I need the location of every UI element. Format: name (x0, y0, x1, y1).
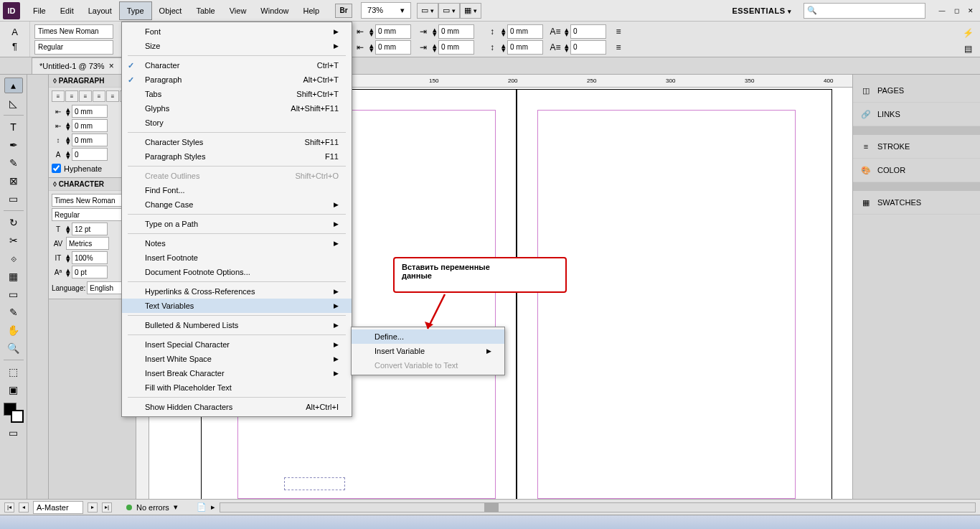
menu-paragraph[interactable]: ✓ParagraphAlt+Ctrl+T (122, 72, 352, 87)
menu-notes[interactable]: Notes▶ (122, 236, 352, 251)
prev-page-button[interactable]: ◂ (19, 502, 29, 512)
menu-special-character[interactable]: Insert Special Character▶ (122, 337, 352, 352)
menu-type[interactable]: Type (119, 1, 152, 20)
justify-center-icon[interactable]: ≡ (106, 90, 119, 102)
numbering-icon[interactable]: ≡ (611, 40, 626, 55)
space-before-icon[interactable]: ↕ (484, 24, 500, 39)
type-tool[interactable]: T (4, 119, 23, 135)
menu-white-space[interactable]: Insert White Space▶ (122, 352, 352, 366)
stroke-panel-button[interactable]: ≡STROKE (853, 135, 980, 159)
para-dropcap-input[interactable]: 0 (72, 148, 108, 161)
char-style-input[interactable]: Regular (52, 208, 127, 221)
menu-change-case[interactable]: Change Case▶ (122, 197, 352, 212)
search-box[interactable]: 🔍 (804, 3, 925, 19)
menu-table[interactable]: Table (189, 2, 222, 19)
view-mode-3[interactable]: ▦ (460, 3, 481, 19)
menu-hidden-characters[interactable]: Show Hidden CharactersAlt+Ctrl+I (122, 400, 352, 414)
space-after-input[interactable]: 0 mm (507, 40, 543, 55)
bullets-icon[interactable]: ≡ (611, 24, 626, 39)
right-page[interactable] (517, 89, 832, 507)
menu-size[interactable]: Size▶ (122, 39, 352, 53)
rectangle-frame-tool[interactable]: ⊠ (4, 173, 23, 189)
font-size-input[interactable]: 12 pt (72, 223, 108, 235)
space-before-input[interactable]: 0 mm (507, 24, 543, 39)
last-page-button[interactable]: ▸| (102, 502, 112, 512)
menu-layout[interactable]: Layout (81, 2, 119, 19)
menu-object[interactable]: Object (152, 2, 189, 19)
baseline-input[interactable]: 0 pt (72, 266, 108, 278)
align-left-icon[interactable]: ≡ (52, 90, 65, 102)
bridge-icon[interactable]: Br (335, 4, 352, 18)
menu-window[interactable]: Window (253, 2, 296, 19)
note-tool[interactable]: ▭ (4, 286, 23, 302)
rectangle-tool[interactable]: ▭ (4, 191, 23, 207)
apply-color[interactable]: ▣ (4, 382, 23, 398)
menu-glyphs[interactable]: GlyphsAlt+Shift+F11 (122, 101, 352, 116)
para-indent-input[interactable]: 0 mm (72, 105, 108, 118)
kerning-input[interactable]: Metrics (66, 237, 109, 250)
selection-tool[interactable]: ▴ (4, 78, 23, 93)
menu-text-variables[interactable]: Text Variables▶ (122, 299, 352, 313)
indent-right-input[interactable]: 0 mm (438, 24, 474, 39)
pages-panel-button[interactable]: ◫PAGES (853, 79, 980, 103)
maximize-button[interactable]: ◻ (950, 5, 963, 17)
dropcap-lines-input[interactable]: 0 (570, 24, 606, 39)
char-font-input[interactable]: Times New Roman (52, 194, 127, 207)
menu-story[interactable]: Story (122, 116, 352, 130)
align-center-icon[interactable]: ≡ (65, 90, 78, 102)
color-panel-button[interactable]: 🎨COLOR (853, 159, 980, 182)
indent-left-icon[interactable]: ⇤ (352, 24, 368, 39)
indent-right2-icon[interactable]: ⇥ (415, 40, 431, 55)
pen-tool[interactable]: ✒ (4, 137, 23, 153)
menu-hyperlinks[interactable]: Hyperlinks & Cross-References▶ (122, 284, 352, 299)
indent-left-input[interactable]: 0 mm (375, 24, 411, 39)
view-mode-1[interactable]: ▭ (417, 3, 438, 19)
para-firstline-input[interactable]: 0 mm (72, 119, 108, 132)
gradient-tool[interactable]: ▦ (4, 268, 23, 284)
zoom-level[interactable]: 73%▾ (361, 2, 411, 19)
menu-footnote-options[interactable]: Document Footnote Options... (122, 265, 352, 279)
menu-paragraph-styles[interactable]: Paragraph StylesF11 (122, 149, 352, 164)
menu-placeholder-text[interactable]: Fill with Placeholder Text (122, 380, 352, 395)
menu-character-styles[interactable]: Character StylesShift+F11 (122, 135, 352, 149)
pencil-tool[interactable]: ✎ (4, 155, 23, 171)
justify-left-icon[interactable]: ≡ (93, 90, 105, 102)
quick-apply-icon[interactable]: ⚡ (960, 26, 976, 40)
direct-selection-tool[interactable]: ◺ (4, 95, 23, 111)
text-frame[interactable] (284, 477, 345, 490)
minimize-button[interactable]: — (936, 5, 948, 17)
language-input[interactable]: English (87, 281, 123, 294)
hand-tool[interactable]: ✋ (4, 322, 23, 338)
para-format-icon[interactable]: ¶ (8, 40, 22, 53)
menu-bulleted-lists[interactable]: Bulleted & Numbered Lists▶ (122, 318, 352, 332)
menu-find-font[interactable]: Find Font... (122, 183, 352, 197)
rotate-tool[interactable]: ↻ (4, 215, 23, 230)
page-indicator[interactable]: A-Master (33, 501, 83, 514)
font-style-input[interactable]: Regular (34, 40, 113, 55)
fill-stroke-toggle[interactable]: ⬚ (4, 364, 23, 380)
menu-type-on-path[interactable]: Type on a Path▶ (122, 217, 352, 231)
indent-right2-input[interactable]: 0 mm (438, 40, 474, 55)
open-doc-icon[interactable]: 📄 (197, 502, 207, 512)
menu-edit[interactable]: Edit (53, 2, 81, 19)
dropcap-chars-icon[interactable]: A≡ (547, 40, 563, 55)
color-swatches[interactable] (4, 403, 24, 423)
first-page-button[interactable]: |◂ (4, 502, 14, 512)
submenu-insert-variable[interactable]: Insert Variable▶ (352, 344, 504, 358)
menu-help[interactable]: Help (296, 2, 326, 19)
eyedropper-tool[interactable]: ✎ (4, 304, 23, 320)
close-button[interactable]: ✕ (964, 5, 977, 17)
menu-insert-footnote[interactable]: Insert Footnote (122, 251, 352, 265)
char-format-icon[interactable]: A (8, 26, 22, 39)
links-panel-button[interactable]: 🔗LINKS (853, 103, 980, 126)
hyphenate-checkbox[interactable] (52, 164, 61, 173)
indent-left2-input[interactable]: 0 mm (375, 40, 411, 55)
scissors-tool[interactable]: ✂ (4, 233, 23, 248)
space-after-icon[interactable]: ↕ (484, 40, 500, 55)
free-transform-tool[interactable]: ⟐ (4, 251, 23, 266)
align-right-icon[interactable]: ≡ (79, 90, 92, 102)
menu-break-character[interactable]: Insert Break Character▶ (122, 366, 352, 380)
stroke-swatch[interactable] (11, 410, 24, 423)
font-family-input[interactable]: Times New Roman (34, 24, 113, 39)
menu-view[interactable]: View (222, 2, 254, 19)
